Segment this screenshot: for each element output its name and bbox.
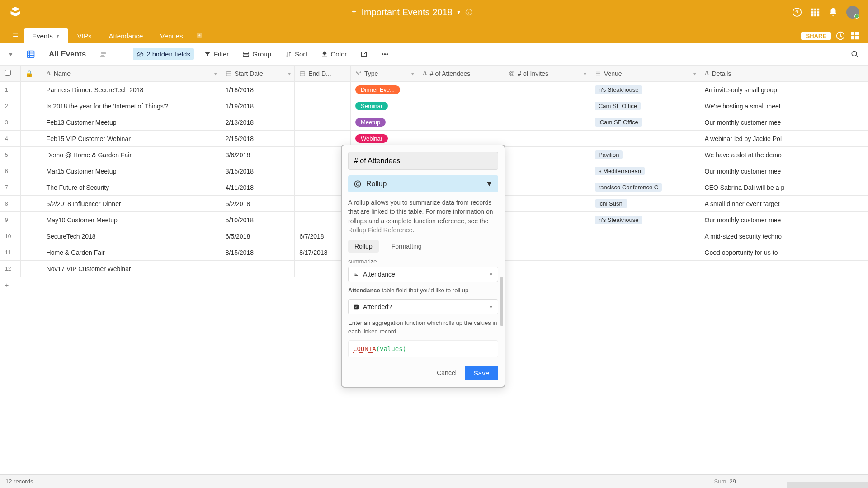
cell-name[interactable]: May10 Customer Meetup: [42, 212, 221, 228]
cell-end[interactable]: [295, 114, 351, 131]
cell-type[interactable]: Meetup: [350, 114, 418, 131]
cell-type[interactable]: Dinner Eve...: [350, 82, 418, 98]
cell-invites[interactable]: [504, 179, 590, 196]
add-table-button[interactable]: [192, 28, 207, 43]
rollup-field-select[interactable]: Attended? ▼: [348, 299, 498, 314]
cell-end[interactable]: [295, 131, 351, 147]
help-icon[interactable]: ?: [792, 7, 802, 17]
cell-venue[interactable]: [590, 261, 700, 277]
cell-start[interactable]: 5/10/2018: [221, 212, 294, 228]
table-row[interactable]: 3Feb13 Customer Meetup2/13/2018MeetupiCa…: [0, 114, 868, 131]
cell-details[interactable]: CEO Sabrina Dali will be a p: [700, 179, 868, 196]
cell-invites[interactable]: [504, 98, 590, 114]
tab-venues[interactable]: Venues: [152, 28, 191, 43]
search-icon[interactable]: [847, 48, 863, 61]
info-icon[interactable]: [465, 9, 472, 16]
cell-invites[interactable]: [504, 244, 590, 261]
cell-details[interactable]: [700, 261, 868, 277]
cell-venue[interactable]: Cam SF Office: [590, 98, 700, 114]
cell-venue[interactable]: [590, 228, 700, 244]
app-logo-icon[interactable]: [9, 6, 22, 19]
cell-name[interactable]: Partners Dinner: SecureTech 2018: [42, 82, 221, 98]
cell-details[interactable]: Good opportunity for us to: [700, 244, 868, 261]
col-type[interactable]: Type▼: [350, 66, 418, 82]
cell-invites[interactable]: [504, 228, 590, 244]
cell-name[interactable]: Demo @ Home & Garden Fair: [42, 147, 221, 163]
col-name[interactable]: AName▼: [42, 66, 221, 82]
sort-button[interactable]: Sort: [281, 48, 311, 60]
cell-name[interactable]: Is 2018 the year for the 'Internet of Th…: [42, 98, 221, 114]
apps-icon[interactable]: [810, 7, 820, 17]
tab-rollup[interactable]: Rollup: [348, 240, 379, 253]
tab-attendance[interactable]: Attendance: [100, 28, 151, 43]
cell-start[interactable]: 2/15/2018: [221, 131, 294, 147]
history-icon[interactable]: [835, 31, 845, 41]
cell-invites[interactable]: [504, 196, 590, 212]
cell-venue[interactable]: [590, 244, 700, 261]
col-details[interactable]: ADetails: [700, 66, 868, 82]
bell-icon[interactable]: [828, 7, 838, 17]
hidden-fields-button[interactable]: 2 hidden fields: [133, 48, 194, 60]
cell-invites[interactable]: [504, 147, 590, 163]
cell-venue[interactable]: Pavilion: [590, 147, 700, 163]
cancel-button[interactable]: Cancel: [437, 369, 457, 376]
cell-name[interactable]: Feb13 Customer Meetup: [42, 114, 221, 131]
cell-attendees[interactable]: [418, 82, 504, 98]
avatar[interactable]: [846, 6, 859, 19]
cell-details[interactable]: A small dinner event target: [700, 196, 868, 212]
table-row[interactable]: 2Is 2018 the year for the 'Internet of T…: [0, 98, 868, 114]
cell-invites[interactable]: [504, 163, 590, 179]
share-view-icon[interactable]: [357, 48, 371, 60]
cell-start[interactable]: [221, 261, 294, 277]
save-button[interactable]: Save: [465, 366, 498, 380]
tab-events[interactable]: Events ▼: [24, 28, 68, 43]
cell-start[interactable]: 3/15/2018: [221, 163, 294, 179]
col-start-date[interactable]: Start Date▼: [221, 66, 294, 82]
cell-details[interactable]: Our monthly customer mee: [700, 212, 868, 228]
cell-invites[interactable]: [504, 131, 590, 147]
cell-venue[interactable]: [590, 131, 700, 147]
cell-name[interactable]: Nov17 VIP Customer Webinar: [42, 261, 221, 277]
cell-invites[interactable]: [504, 212, 590, 228]
scrollbar[interactable]: [500, 277, 503, 326]
cell-start[interactable]: 3/6/2018: [221, 147, 294, 163]
more-icon[interactable]: •••: [377, 48, 392, 60]
col-end-date[interactable]: End D...: [295, 66, 351, 82]
chevron-down-icon[interactable]: ▼: [213, 71, 218, 76]
cell-venue[interactable]: n's Steakhouse: [590, 82, 700, 98]
col-invites[interactable]: # of Invites▼: [504, 66, 590, 82]
cell-name[interactable]: Home & Garden Fair: [42, 244, 221, 261]
cell-invites[interactable]: [504, 114, 590, 131]
group-button[interactable]: Group: [239, 48, 275, 60]
chevron-down-icon[interactable]: ▼: [583, 71, 587, 76]
cell-end[interactable]: [295, 98, 351, 114]
cell-name[interactable]: Mar15 Customer Meetup: [42, 163, 221, 179]
select-all-checkbox[interactable]: [0, 66, 21, 82]
cell-details[interactable]: Our monthly customer mee: [700, 114, 868, 131]
cell-invites[interactable]: [504, 82, 590, 98]
cell-start[interactable]: 4/11/2018: [221, 179, 294, 196]
field-type-select[interactable]: Rollup ▼: [348, 175, 498, 192]
chevron-down-icon[interactable]: ▼: [287, 71, 292, 76]
base-title-area[interactable]: Important Events 2018 ▼: [31, 7, 792, 18]
chevron-down-icon[interactable]: ▼: [693, 71, 697, 76]
grid-view-icon[interactable]: [23, 47, 39, 61]
cell-start[interactable]: 5/2/2018: [221, 196, 294, 212]
cell-end[interactable]: [295, 82, 351, 98]
cell-name[interactable]: The Future of Security: [42, 179, 221, 196]
cell-details[interactable]: A webinar led by Jackie Pol: [700, 131, 868, 147]
summarize-select[interactable]: Attendance ▼: [348, 267, 498, 282]
cell-attendees[interactable]: [418, 114, 504, 131]
color-button[interactable]: Color: [317, 48, 351, 60]
cell-venue[interactable]: ichi Sushi: [590, 196, 700, 212]
formula-input[interactable]: COUNTA(values): [348, 340, 498, 357]
cell-name[interactable]: 5/2/2018 Influencer Dinner: [42, 196, 221, 212]
blocks-icon[interactable]: [850, 31, 860, 41]
share-button[interactable]: SHARE: [801, 32, 831, 40]
cell-details[interactable]: We have a slot at the demo: [700, 147, 868, 163]
cell-details[interactable]: Our monthly customer mee: [700, 163, 868, 179]
rollup-reference-link[interactable]: Rollup Field Reference: [348, 226, 412, 234]
cell-start[interactable]: 1/18/2018: [221, 82, 294, 98]
col-venue[interactable]: Venue▼: [590, 66, 700, 82]
view-name[interactable]: All Events: [45, 47, 90, 61]
